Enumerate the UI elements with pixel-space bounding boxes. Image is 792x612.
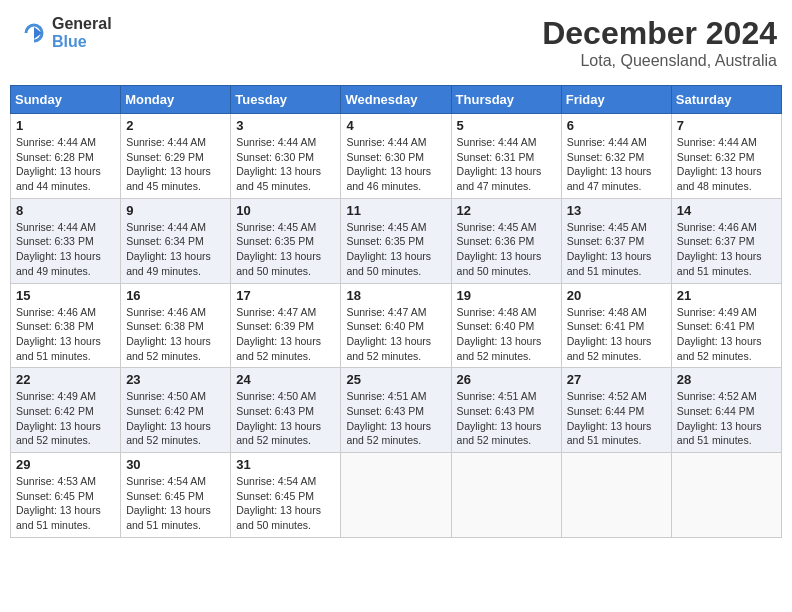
day-info: Sunrise: 4:50 AMSunset: 6:43 PMDaylight:… <box>236 389 335 448</box>
calendar-week-row: 1Sunrise: 4:44 AMSunset: 6:28 PMDaylight… <box>11 114 782 199</box>
day-number: 23 <box>126 372 225 387</box>
day-number: 22 <box>16 372 115 387</box>
day-info: Sunrise: 4:48 AMSunset: 6:40 PMDaylight:… <box>457 305 556 364</box>
day-info: Sunrise: 4:44 AMSunset: 6:32 PMDaylight:… <box>567 135 666 194</box>
day-info: Sunrise: 4:52 AMSunset: 6:44 PMDaylight:… <box>567 389 666 448</box>
day-of-week-header: Monday <box>121 86 231 114</box>
calendar-cell: 18Sunrise: 4:47 AMSunset: 6:40 PMDayligh… <box>341 283 451 368</box>
day-number: 9 <box>126 203 225 218</box>
day-number: 16 <box>126 288 225 303</box>
day-number: 11 <box>346 203 445 218</box>
day-number: 31 <box>236 457 335 472</box>
day-number: 15 <box>16 288 115 303</box>
calendar-cell: 15Sunrise: 4:46 AMSunset: 6:38 PMDayligh… <box>11 283 121 368</box>
day-number: 13 <box>567 203 666 218</box>
calendar-cell <box>561 453 671 538</box>
calendar-cell: 22Sunrise: 4:49 AMSunset: 6:42 PMDayligh… <box>11 368 121 453</box>
calendar-cell: 2Sunrise: 4:44 AMSunset: 6:29 PMDaylight… <box>121 114 231 199</box>
day-info: Sunrise: 4:54 AMSunset: 6:45 PMDaylight:… <box>126 474 225 533</box>
day-info: Sunrise: 4:47 AMSunset: 6:39 PMDaylight:… <box>236 305 335 364</box>
calendar-cell <box>341 453 451 538</box>
calendar-cell: 4Sunrise: 4:44 AMSunset: 6:30 PMDaylight… <box>341 114 451 199</box>
calendar-cell: 24Sunrise: 4:50 AMSunset: 6:43 PMDayligh… <box>231 368 341 453</box>
day-info: Sunrise: 4:44 AMSunset: 6:30 PMDaylight:… <box>346 135 445 194</box>
calendar-cell: 28Sunrise: 4:52 AMSunset: 6:44 PMDayligh… <box>671 368 781 453</box>
day-number: 18 <box>346 288 445 303</box>
calendar-cell: 21Sunrise: 4:49 AMSunset: 6:41 PMDayligh… <box>671 283 781 368</box>
day-info: Sunrise: 4:44 AMSunset: 6:31 PMDaylight:… <box>457 135 556 194</box>
day-info: Sunrise: 4:49 AMSunset: 6:42 PMDaylight:… <box>16 389 115 448</box>
page-header: General Blue December 2024 Lota, Queensl… <box>10 10 782 75</box>
calendar-week-row: 15Sunrise: 4:46 AMSunset: 6:38 PMDayligh… <box>11 283 782 368</box>
day-of-week-header: Friday <box>561 86 671 114</box>
calendar-cell: 10Sunrise: 4:45 AMSunset: 6:35 PMDayligh… <box>231 198 341 283</box>
logo-blue-text: Blue <box>52 33 112 51</box>
day-number: 1 <box>16 118 115 133</box>
logo: General Blue <box>20 15 112 50</box>
month-title: December 2024 <box>542 15 777 52</box>
day-number: 8 <box>16 203 115 218</box>
calendar-cell: 29Sunrise: 4:53 AMSunset: 6:45 PMDayligh… <box>11 453 121 538</box>
day-number: 27 <box>567 372 666 387</box>
calendar-week-row: 22Sunrise: 4:49 AMSunset: 6:42 PMDayligh… <box>11 368 782 453</box>
day-number: 29 <box>16 457 115 472</box>
logo-icon <box>20 19 48 47</box>
day-number: 26 <box>457 372 556 387</box>
calendar-cell: 1Sunrise: 4:44 AMSunset: 6:28 PMDaylight… <box>11 114 121 199</box>
calendar-cell: 19Sunrise: 4:48 AMSunset: 6:40 PMDayligh… <box>451 283 561 368</box>
calendar-body: 1Sunrise: 4:44 AMSunset: 6:28 PMDaylight… <box>11 114 782 538</box>
day-number: 17 <box>236 288 335 303</box>
calendar-header: SundayMondayTuesdayWednesdayThursdayFrid… <box>11 86 782 114</box>
day-number: 7 <box>677 118 776 133</box>
calendar-cell: 17Sunrise: 4:47 AMSunset: 6:39 PMDayligh… <box>231 283 341 368</box>
day-number: 3 <box>236 118 335 133</box>
day-of-week-header: Saturday <box>671 86 781 114</box>
calendar-cell: 7Sunrise: 4:44 AMSunset: 6:32 PMDaylight… <box>671 114 781 199</box>
day-info: Sunrise: 4:51 AMSunset: 6:43 PMDaylight:… <box>457 389 556 448</box>
day-info: Sunrise: 4:51 AMSunset: 6:43 PMDaylight:… <box>346 389 445 448</box>
day-info: Sunrise: 4:46 AMSunset: 6:38 PMDaylight:… <box>126 305 225 364</box>
calendar-table: SundayMondayTuesdayWednesdayThursdayFrid… <box>10 85 782 538</box>
day-number: 20 <box>567 288 666 303</box>
calendar-cell: 6Sunrise: 4:44 AMSunset: 6:32 PMDaylight… <box>561 114 671 199</box>
day-info: Sunrise: 4:46 AMSunset: 6:37 PMDaylight:… <box>677 220 776 279</box>
day-info: Sunrise: 4:49 AMSunset: 6:41 PMDaylight:… <box>677 305 776 364</box>
day-number: 24 <box>236 372 335 387</box>
calendar-cell: 26Sunrise: 4:51 AMSunset: 6:43 PMDayligh… <box>451 368 561 453</box>
day-info: Sunrise: 4:45 AMSunset: 6:36 PMDaylight:… <box>457 220 556 279</box>
calendar-cell: 23Sunrise: 4:50 AMSunset: 6:42 PMDayligh… <box>121 368 231 453</box>
day-number: 6 <box>567 118 666 133</box>
calendar-cell: 27Sunrise: 4:52 AMSunset: 6:44 PMDayligh… <box>561 368 671 453</box>
day-info: Sunrise: 4:45 AMSunset: 6:35 PMDaylight:… <box>236 220 335 279</box>
calendar-cell: 11Sunrise: 4:45 AMSunset: 6:35 PMDayligh… <box>341 198 451 283</box>
day-of-week-header: Thursday <box>451 86 561 114</box>
day-info: Sunrise: 4:44 AMSunset: 6:30 PMDaylight:… <box>236 135 335 194</box>
day-of-week-header: Wednesday <box>341 86 451 114</box>
calendar-cell: 3Sunrise: 4:44 AMSunset: 6:30 PMDaylight… <box>231 114 341 199</box>
day-number: 5 <box>457 118 556 133</box>
day-info: Sunrise: 4:54 AMSunset: 6:45 PMDaylight:… <box>236 474 335 533</box>
day-number: 30 <box>126 457 225 472</box>
day-number: 21 <box>677 288 776 303</box>
logo-general-text: General <box>52 15 112 33</box>
day-number: 28 <box>677 372 776 387</box>
calendar-cell: 31Sunrise: 4:54 AMSunset: 6:45 PMDayligh… <box>231 453 341 538</box>
day-info: Sunrise: 4:50 AMSunset: 6:42 PMDaylight:… <box>126 389 225 448</box>
calendar-cell: 20Sunrise: 4:48 AMSunset: 6:41 PMDayligh… <box>561 283 671 368</box>
calendar-cell: 5Sunrise: 4:44 AMSunset: 6:31 PMDaylight… <box>451 114 561 199</box>
day-number: 25 <box>346 372 445 387</box>
day-info: Sunrise: 4:48 AMSunset: 6:41 PMDaylight:… <box>567 305 666 364</box>
calendar-cell: 30Sunrise: 4:54 AMSunset: 6:45 PMDayligh… <box>121 453 231 538</box>
title-block: December 2024 Lota, Queensland, Australi… <box>542 15 777 70</box>
day-of-week-header: Sunday <box>11 86 121 114</box>
calendar-week-row: 8Sunrise: 4:44 AMSunset: 6:33 PMDaylight… <box>11 198 782 283</box>
calendar-cell: 14Sunrise: 4:46 AMSunset: 6:37 PMDayligh… <box>671 198 781 283</box>
calendar-cell: 9Sunrise: 4:44 AMSunset: 6:34 PMDaylight… <box>121 198 231 283</box>
calendar-cell: 12Sunrise: 4:45 AMSunset: 6:36 PMDayligh… <box>451 198 561 283</box>
day-info: Sunrise: 4:44 AMSunset: 6:32 PMDaylight:… <box>677 135 776 194</box>
calendar-cell <box>451 453 561 538</box>
day-number: 10 <box>236 203 335 218</box>
day-number: 2 <box>126 118 225 133</box>
day-info: Sunrise: 4:47 AMSunset: 6:40 PMDaylight:… <box>346 305 445 364</box>
day-info: Sunrise: 4:52 AMSunset: 6:44 PMDaylight:… <box>677 389 776 448</box>
